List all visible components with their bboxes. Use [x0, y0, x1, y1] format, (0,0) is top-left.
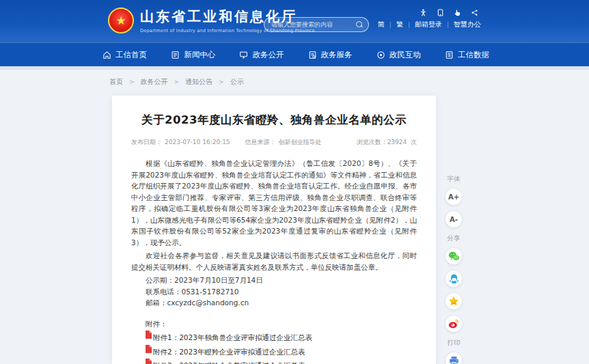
service-icon — [308, 51, 317, 59]
source-value: 创新创业指导处 — [279, 139, 322, 145]
views-count: 23924 — [387, 139, 407, 145]
data-icon — [445, 51, 454, 59]
nav-item-data[interactable]: 工信数据 — [445, 50, 489, 60]
national-emblem-logo: ★ — [108, 8, 134, 33]
paragraph-1: 根据《山东省瞪羚、独角兽企业认定管理办法》（鲁工信发〔2020〕8号）、《关于开… — [131, 158, 417, 248]
pdf-icon — [145, 359, 152, 364]
pdf-icon — [145, 345, 152, 353]
print-label: 打印 — [441, 339, 467, 348]
attachment-link-2[interactable]: 附件2：2023年瞪羚企业评审拟通过企业汇总表 — [145, 346, 417, 357]
contact-phone: 联系电话：0531-51782710 — [131, 286, 417, 298]
printer-icon — [449, 356, 459, 364]
breadcrumb-current: 公示 — [230, 77, 244, 87]
breadcrumb-notices[interactable]: 通知公告 — [185, 77, 213, 87]
contact-email: 邮箱：cxcyzdc@shandong.cn — [131, 297, 417, 309]
font-decrease-button[interactable]: A- — [445, 210, 463, 228]
main-nav: 工信首页 新闻中心 政务公开 政务服务 政民互动 工信数据 — [0, 42, 589, 66]
qq-icon — [449, 273, 459, 284]
nav-item-disclosure[interactable]: 政务公开 — [239, 50, 284, 60]
breadcrumb-disclosure[interactable]: 政务公开 — [141, 77, 168, 87]
publish-date-label: 发布日期： — [131, 139, 162, 145]
source-label: 信息来源： — [245, 139, 276, 145]
home-icon — [102, 51, 111, 59]
article-body: 根据《山东省瞪羚、独角兽企业认定管理办法》（鲁工信发〔2020〕8号）、《关于开… — [131, 158, 417, 364]
attachments-label: 附件： — [131, 318, 417, 329]
print-button[interactable] — [445, 352, 463, 364]
font-increase-button[interactable]: A+ — [445, 188, 463, 206]
attachments-section: 附件： 附件1：2023年独角兽企业评审拟通过企业汇总表 附件2：2023年瞪羚… — [131, 318, 417, 364]
search-icon[interactable] — [356, 21, 363, 28]
paragraph-2: 欢迎社会各界参与监督，相关意见及建议请以书面形式反馈省工业和信息化厅，同时提交相… — [131, 250, 417, 272]
views-unit: 次 — [411, 139, 417, 145]
publish-date: 2023-07-10 16:20:15 — [165, 139, 230, 145]
mobile-icon[interactable] — [437, 9, 444, 16]
wechat-icon — [448, 251, 460, 262]
qzone-star-icon — [448, 296, 459, 307]
share-qq-button[interactable] — [445, 270, 463, 288]
nav-item-news[interactable]: 新闻中心 — [171, 50, 215, 60]
article-card: 关于2023年度山东省瞪羚、独角兽企业名单的公示 发布日期：2023-07-10… — [112, 96, 436, 364]
link-mail-login[interactable]: 邮箱登录 — [415, 20, 442, 29]
link-simplified[interactable]: 简 — [378, 20, 385, 29]
breadcrumb-home[interactable]: 首页 — [109, 77, 123, 87]
news-icon — [171, 51, 180, 59]
hand-icon[interactable] — [454, 9, 461, 16]
share-icon[interactable] — [471, 9, 478, 16]
link-traditional[interactable]: 繁 — [396, 20, 403, 29]
disclosure-icon — [239, 51, 248, 59]
share-weibo-button[interactable] — [445, 315, 463, 333]
weibo-icon — [448, 319, 459, 328]
article-meta: 发布日期：2023-07-10 16:20:15信息来源：创新创业指导处 浏览次… — [131, 138, 417, 147]
page-title: 关于2023年度山东省瞪羚、独角兽企业名单的公示 — [131, 113, 417, 128]
share-qzone-button[interactable] — [445, 292, 463, 310]
share-label: 分享 — [441, 234, 467, 243]
link-smart-office[interactable]: 智慧办公 — [454, 20, 481, 29]
breadcrumb: 首页 > 政务公开 > 通知公告 > 公示 — [109, 77, 244, 87]
interaction-icon — [376, 51, 385, 59]
nav-item-interaction[interactable]: 政民互动 — [376, 50, 421, 60]
header-quick-links: 简 | 繁 | 邮箱登录 | 智慧办公 — [378, 20, 481, 29]
views-label: 浏览次数： — [357, 139, 387, 145]
publicity-period: 公示期：2023年7月10日至7月14日 — [131, 275, 417, 286]
nav-item-service[interactable]: 政务服务 — [308, 50, 353, 60]
page: ★ 山东省工业和信息化厅 Department of Industry and … — [0, 0, 589, 364]
pdf-icon — [145, 331, 152, 339]
accessibility-icon[interactable] — [420, 9, 427, 16]
site-banner: ★ 山东省工业和信息化厅 Department of Industry and … — [0, 0, 589, 42]
attachment-link-1[interactable]: 附件1：2023年独角兽企业评审拟通过企业汇总表 — [145, 332, 417, 343]
font-size-label: 字体 — [441, 175, 467, 184]
nav-item-home[interactable]: 工信首页 — [102, 50, 147, 60]
search-input[interactable] — [271, 21, 356, 28]
nav-underline — [0, 66, 589, 70]
share-wechat-button[interactable] — [445, 247, 463, 265]
search-box[interactable] — [264, 17, 369, 32]
side-toolbar: 字体 A+ A- 分享 打印 — [441, 169, 467, 364]
attachment-link-3[interactable]: 附件3：2023年瞪羚企业复审拟通过企业汇总表 — [145, 360, 417, 364]
